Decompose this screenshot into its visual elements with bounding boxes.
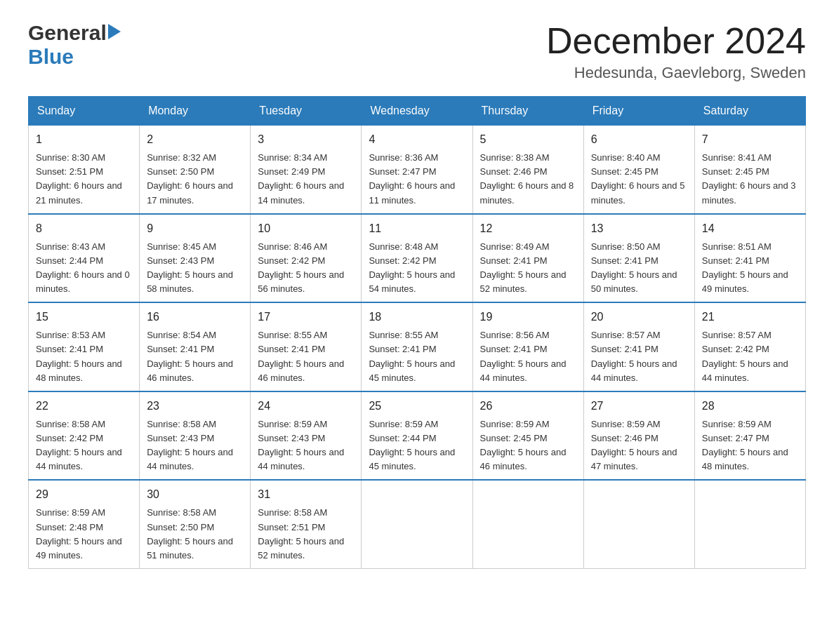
calendar-cell: 15Sunrise: 8:53 AMSunset: 2:41 PMDayligh… <box>29 302 140 391</box>
day-number: 15 <box>36 309 132 326</box>
calendar-cell <box>583 480 694 568</box>
calendar-cell: 14Sunrise: 8:51 AMSunset: 2:41 PMDayligh… <box>694 214 805 303</box>
calendar-cell: 13Sunrise: 8:50 AMSunset: 2:41 PMDayligh… <box>583 214 694 303</box>
day-number: 11 <box>369 220 465 237</box>
calendar-week-row: 8Sunrise: 8:43 AMSunset: 2:44 PMDaylight… <box>29 214 806 303</box>
day-number: 24 <box>258 398 354 415</box>
calendar-cell: 25Sunrise: 8:59 AMSunset: 2:44 PMDayligh… <box>362 391 472 481</box>
calendar-cell: 23Sunrise: 8:58 AMSunset: 2:43 PMDayligh… <box>140 391 251 481</box>
day-info: Sunrise: 8:58 AMSunset: 2:42 PMDaylight:… <box>36 417 132 474</box>
day-info: Sunrise: 8:50 AMSunset: 2:41 PMDaylight:… <box>591 240 687 297</box>
calendar-cell: 8Sunrise: 8:43 AMSunset: 2:44 PMDaylight… <box>29 214 140 303</box>
day-number: 27 <box>591 398 687 415</box>
calendar-cell: 6Sunrise: 8:40 AMSunset: 2:45 PMDaylight… <box>583 125 694 214</box>
calendar-cell: 20Sunrise: 8:57 AMSunset: 2:41 PMDayligh… <box>583 302 694 391</box>
day-info: Sunrise: 8:58 AMSunset: 2:43 PMDaylight:… <box>147 417 243 474</box>
calendar-cell: 16Sunrise: 8:54 AMSunset: 2:41 PMDayligh… <box>140 302 251 391</box>
day-info: Sunrise: 8:34 AMSunset: 2:49 PMDaylight:… <box>258 151 354 208</box>
day-number: 30 <box>147 486 243 503</box>
day-number: 23 <box>147 398 243 415</box>
day-number: 4 <box>369 131 465 148</box>
calendar-cell: 24Sunrise: 8:59 AMSunset: 2:43 PMDayligh… <box>251 391 362 481</box>
day-number: 20 <box>591 309 687 326</box>
day-number: 19 <box>480 309 576 326</box>
day-number: 21 <box>702 309 798 326</box>
day-number: 25 <box>369 398 465 415</box>
calendar-cell: 31Sunrise: 8:58 AMSunset: 2:51 PMDayligh… <box>251 480 362 568</box>
calendar-cell <box>472 480 583 568</box>
calendar-header-saturday: Saturday <box>694 97 805 125</box>
day-number: 31 <box>258 486 354 503</box>
calendar-cell: 18Sunrise: 8:55 AMSunset: 2:41 PMDayligh… <box>362 302 472 391</box>
day-number: 3 <box>258 131 354 148</box>
logo-arrow-icon <box>108 24 121 39</box>
day-number: 22 <box>36 398 132 415</box>
day-info: Sunrise: 8:48 AMSunset: 2:42 PMDaylight:… <box>369 240 465 297</box>
day-info: Sunrise: 8:58 AMSunset: 2:50 PMDaylight:… <box>147 506 243 563</box>
page-header: General Blue December 2024 Hedesunda, Ga… <box>28 21 806 82</box>
calendar-header-sunday: Sunday <box>29 97 140 125</box>
day-number: 7 <box>702 131 798 148</box>
calendar-cell: 28Sunrise: 8:59 AMSunset: 2:47 PMDayligh… <box>694 391 805 481</box>
calendar-cell: 22Sunrise: 8:58 AMSunset: 2:42 PMDayligh… <box>29 391 140 481</box>
logo: General Blue <box>28 21 121 69</box>
calendar-cell: 2Sunrise: 8:32 AMSunset: 2:50 PMDaylight… <box>140 125 251 214</box>
day-info: Sunrise: 8:59 AMSunset: 2:45 PMDaylight:… <box>480 417 576 474</box>
calendar-cell: 9Sunrise: 8:45 AMSunset: 2:43 PMDaylight… <box>140 214 251 303</box>
day-info: Sunrise: 8:57 AMSunset: 2:41 PMDaylight:… <box>591 328 687 385</box>
day-info: Sunrise: 8:30 AMSunset: 2:51 PMDaylight:… <box>36 151 132 208</box>
day-info: Sunrise: 8:58 AMSunset: 2:51 PMDaylight:… <box>258 506 354 563</box>
day-info: Sunrise: 8:59 AMSunset: 2:43 PMDaylight:… <box>258 417 354 474</box>
logo-blue-text: Blue <box>28 45 74 68</box>
calendar-cell: 30Sunrise: 8:58 AMSunset: 2:50 PMDayligh… <box>140 480 251 568</box>
calendar-cell: 12Sunrise: 8:49 AMSunset: 2:41 PMDayligh… <box>472 214 583 303</box>
day-info: Sunrise: 8:56 AMSunset: 2:41 PMDaylight:… <box>480 328 576 385</box>
day-number: 5 <box>480 131 576 148</box>
day-number: 10 <box>258 220 354 237</box>
logo-general-text: General <box>28 21 107 45</box>
day-number: 1 <box>36 131 132 148</box>
day-info: Sunrise: 8:53 AMSunset: 2:41 PMDaylight:… <box>36 328 132 385</box>
calendar-header-tuesday: Tuesday <box>251 97 362 125</box>
day-number: 12 <box>480 220 576 237</box>
day-info: Sunrise: 8:59 AMSunset: 2:47 PMDaylight:… <box>702 417 798 474</box>
calendar-header-monday: Monday <box>140 97 251 125</box>
calendar-week-row: 1Sunrise: 8:30 AMSunset: 2:51 PMDaylight… <box>29 125 806 214</box>
day-number: 16 <box>147 309 243 326</box>
location-title: Hedesunda, Gaevleborg, Sweden <box>546 64 806 82</box>
day-info: Sunrise: 8:45 AMSunset: 2:43 PMDaylight:… <box>147 240 243 297</box>
day-info: Sunrise: 8:40 AMSunset: 2:45 PMDaylight:… <box>591 151 687 208</box>
day-number: 28 <box>702 398 798 415</box>
calendar-cell: 10Sunrise: 8:46 AMSunset: 2:42 PMDayligh… <box>251 214 362 303</box>
day-info: Sunrise: 8:55 AMSunset: 2:41 PMDaylight:… <box>258 328 354 385</box>
calendar-cell: 29Sunrise: 8:59 AMSunset: 2:48 PMDayligh… <box>29 480 140 568</box>
day-info: Sunrise: 8:55 AMSunset: 2:41 PMDaylight:… <box>369 328 465 385</box>
month-title: December 2024 <box>546 21 806 61</box>
calendar-cell: 17Sunrise: 8:55 AMSunset: 2:41 PMDayligh… <box>251 302 362 391</box>
calendar-week-row: 22Sunrise: 8:58 AMSunset: 2:42 PMDayligh… <box>29 391 806 481</box>
calendar-header-wednesday: Wednesday <box>362 97 472 125</box>
calendar-header-row: SundayMondayTuesdayWednesdayThursdayFrid… <box>29 97 806 125</box>
day-info: Sunrise: 8:59 AMSunset: 2:48 PMDaylight:… <box>36 506 132 563</box>
day-number: 17 <box>258 309 354 326</box>
day-number: 13 <box>591 220 687 237</box>
calendar-cell: 19Sunrise: 8:56 AMSunset: 2:41 PMDayligh… <box>472 302 583 391</box>
calendar-week-row: 29Sunrise: 8:59 AMSunset: 2:48 PMDayligh… <box>29 480 806 568</box>
day-info: Sunrise: 8:36 AMSunset: 2:47 PMDaylight:… <box>369 151 465 208</box>
title-block: December 2024 Hedesunda, Gaevleborg, Swe… <box>546 21 806 82</box>
day-info: Sunrise: 8:59 AMSunset: 2:44 PMDaylight:… <box>369 417 465 474</box>
day-number: 18 <box>369 309 465 326</box>
day-number: 14 <box>702 220 798 237</box>
day-number: 6 <box>591 131 687 148</box>
calendar-cell: 21Sunrise: 8:57 AMSunset: 2:42 PMDayligh… <box>694 302 805 391</box>
day-info: Sunrise: 8:49 AMSunset: 2:41 PMDaylight:… <box>480 240 576 297</box>
calendar-week-row: 15Sunrise: 8:53 AMSunset: 2:41 PMDayligh… <box>29 302 806 391</box>
day-info: Sunrise: 8:51 AMSunset: 2:41 PMDaylight:… <box>702 240 798 297</box>
calendar-cell: 4Sunrise: 8:36 AMSunset: 2:47 PMDaylight… <box>362 125 472 214</box>
day-info: Sunrise: 8:32 AMSunset: 2:50 PMDaylight:… <box>147 151 243 208</box>
calendar-cell: 5Sunrise: 8:38 AMSunset: 2:46 PMDaylight… <box>472 125 583 214</box>
day-number: 2 <box>147 131 243 148</box>
day-number: 9 <box>147 220 243 237</box>
day-info: Sunrise: 8:57 AMSunset: 2:42 PMDaylight:… <box>702 328 798 385</box>
day-number: 8 <box>36 220 132 237</box>
